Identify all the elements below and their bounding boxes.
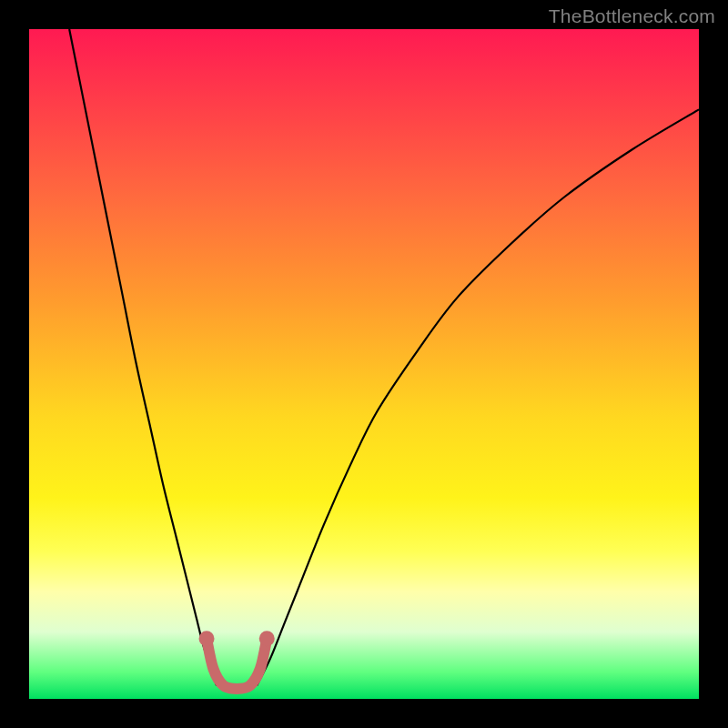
chart-frame: TheBottleneck.com — [0, 0, 728, 728]
valley-marker-dot — [199, 631, 215, 646]
attribution-label: TheBottleneck.com — [549, 5, 715, 27]
plot-area — [29, 29, 699, 699]
valley-marker — [207, 639, 267, 689]
right-curve — [257, 109, 699, 685]
valley-marker-dot — [259, 631, 275, 646]
left-curve — [69, 29, 217, 685]
curves-svg — [29, 29, 699, 699]
valley-marker-dots — [199, 631, 275, 646]
